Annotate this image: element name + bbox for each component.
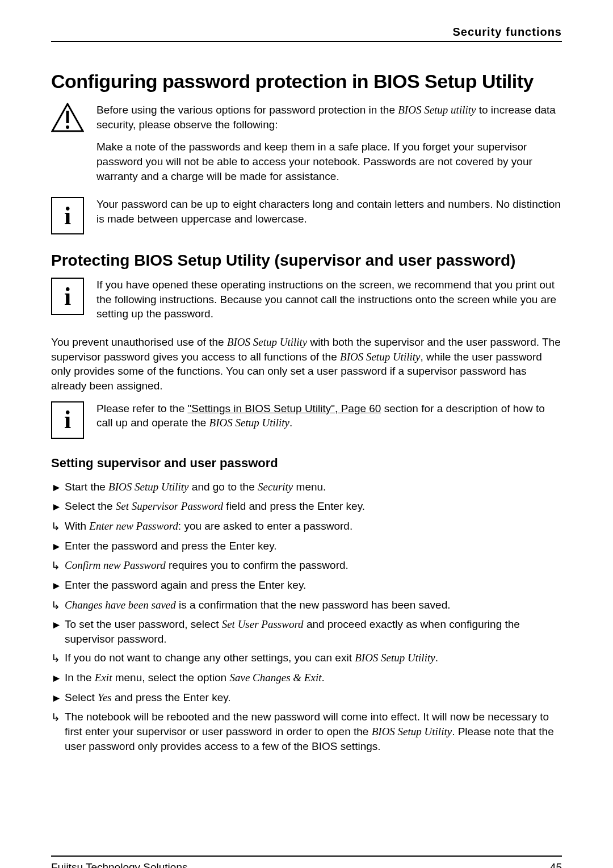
svg-point-2 bbox=[66, 125, 69, 129]
info1-p1: Your password can be up to eight charact… bbox=[96, 197, 562, 226]
step-item: ►Select Yes and press the Enter key. bbox=[51, 690, 562, 706]
action-bullet-icon: ► bbox=[51, 690, 65, 706]
heading-1: Configuring password protection in BIOS … bbox=[51, 70, 562, 93]
warning-p1: Before using the various options for pas… bbox=[96, 103, 562, 132]
step-text: Select Yes and press the Enter key. bbox=[65, 690, 562, 705]
step-text: Confirm new Password requires you to con… bbox=[65, 558, 562, 573]
info-icon: i bbox=[51, 401, 84, 439]
heading-3: Setting supervisor and user password bbox=[51, 456, 562, 471]
step-item: ►In the Exit menu, select the option Sav… bbox=[51, 670, 562, 686]
step-item: ↳The notebook will be rebooted and the n… bbox=[51, 710, 562, 753]
result-bullet-icon: ↳ bbox=[51, 558, 65, 573]
result-bullet-icon: ↳ bbox=[51, 710, 65, 725]
info3-p1: Please refer to the "Settings in BIOS Se… bbox=[96, 401, 562, 430]
warning-note: Before using the various options for pas… bbox=[51, 103, 562, 183]
footer-page-number: 45 bbox=[550, 861, 562, 868]
action-bullet-icon: ► bbox=[51, 539, 65, 554]
info-icon: i bbox=[51, 278, 84, 315]
action-bullet-icon: ► bbox=[51, 670, 65, 686]
info2-p1: If you have opened these operating instr… bbox=[96, 278, 562, 321]
action-bullet-icon: ► bbox=[51, 578, 65, 593]
step-text: With Enter new Password: you are asked t… bbox=[65, 519, 562, 534]
step-text: To set the user password, select Set Use… bbox=[65, 617, 562, 646]
page-header: Security functions bbox=[51, 26, 562, 42]
header-section: Security functions bbox=[51, 26, 562, 39]
info-note-1: i Your password can be up to eight chara… bbox=[51, 197, 562, 234]
info-icon: i bbox=[51, 197, 84, 234]
step-text: The notebook will be rebooted and the ne… bbox=[65, 710, 562, 753]
svg-rect-1 bbox=[66, 111, 69, 123]
step-text: Enter the password again and press the E… bbox=[65, 578, 562, 593]
action-bullet-icon: ► bbox=[51, 617, 65, 632]
main-paragraph: You prevent unauthorised use of the BIOS… bbox=[51, 335, 562, 393]
step-text: Changes have been saved is a confirmatio… bbox=[65, 598, 562, 613]
heading-2: Protecting BIOS Setup Utility (superviso… bbox=[51, 251, 562, 270]
step-text: In the Exit menu, select the option Save… bbox=[65, 670, 562, 685]
warning-p2: Make a note of the passwords and keep th… bbox=[96, 140, 562, 183]
action-bullet-icon: ► bbox=[51, 480, 65, 495]
warning-icon bbox=[51, 103, 84, 132]
step-item: ►Start the BIOS Setup Utility and go to … bbox=[51, 480, 562, 495]
info-note-2: i If you have opened these operating ins… bbox=[51, 278, 562, 321]
info-note-3: i Please refer to the "Settings in BIOS … bbox=[51, 401, 562, 439]
action-bullet-icon: ► bbox=[51, 499, 65, 514]
page-footer: Fujitsu Technology Solutions 45 bbox=[51, 856, 562, 868]
step-item: ↳Changes have been saved is a confirmati… bbox=[51, 598, 562, 613]
step-item: ►To set the user password, select Set Us… bbox=[51, 617, 562, 646]
steps-list: ►Start the BIOS Setup Utility and go to … bbox=[51, 480, 562, 754]
step-item: ►Select the Set Supervisor Password fiel… bbox=[51, 499, 562, 514]
result-bullet-icon: ↳ bbox=[51, 651, 65, 666]
result-bullet-icon: ↳ bbox=[51, 519, 65, 534]
cross-ref-link[interactable]: "Settings in BIOS Setup Utility", Page 6… bbox=[188, 402, 381, 414]
footer-vendor: Fujitsu Technology Solutions bbox=[51, 861, 187, 868]
step-text: Select the Set Supervisor Password field… bbox=[65, 499, 562, 514]
step-text: If you do not want to change any other s… bbox=[65, 651, 562, 665]
step-item: ►Enter the password and press the Enter … bbox=[51, 539, 562, 554]
step-item: ►Enter the password again and press the … bbox=[51, 578, 562, 593]
step-text: Start the BIOS Setup Utility and go to t… bbox=[65, 480, 562, 494]
step-item: ↳If you do not want to change any other … bbox=[51, 651, 562, 666]
result-bullet-icon: ↳ bbox=[51, 598, 65, 613]
step-item: ↳With Enter new Password: you are asked … bbox=[51, 519, 562, 534]
step-text: Enter the password and press the Enter k… bbox=[65, 539, 562, 553]
step-item: ↳Confirm new Password requires you to co… bbox=[51, 558, 562, 573]
